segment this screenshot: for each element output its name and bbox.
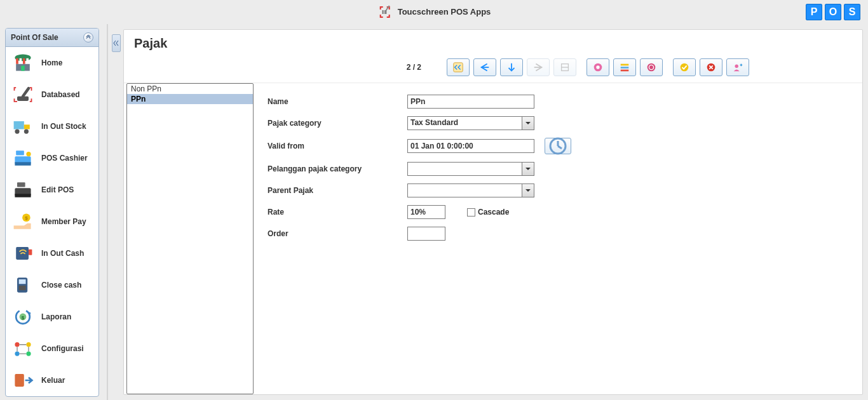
nav-next-button xyxy=(527,58,550,76)
chevron-down-icon[interactable] xyxy=(522,162,534,176)
chevron-down-icon[interactable] xyxy=(522,183,534,197)
svg-rect-36 xyxy=(15,374,24,387)
svg-point-14 xyxy=(24,130,29,134)
logo-letter-s: S xyxy=(844,4,860,20)
svg-rect-9 xyxy=(21,66,24,71)
page-panel: Pajak 2 / 2 xyxy=(123,29,863,395)
exit-icon xyxy=(11,370,35,391)
rate-input[interactable] xyxy=(407,205,445,219)
svg-point-13 xyxy=(15,130,19,134)
sidebar-item-label: In Out Stock xyxy=(41,122,86,131)
order-input[interactable] xyxy=(407,227,445,241)
collapse-up-icon[interactable] xyxy=(83,32,93,43)
delivery-truck-icon xyxy=(11,116,35,137)
svg-rect-47 xyxy=(621,70,629,72)
sidebar-item-label: In Out Cash xyxy=(41,249,84,258)
custcat-value xyxy=(407,162,522,176)
sidebar-wrap: Point Of Sale Home Databased In Out Stoc… xyxy=(0,24,108,400)
svg-text:$: $ xyxy=(25,215,28,221)
svg-point-18 xyxy=(26,152,31,156)
sidebar-item-label: POS Cashier xyxy=(41,154,88,163)
report-refresh-icon: $ xyxy=(11,306,35,328)
delete-button[interactable] xyxy=(700,58,722,76)
sidebar-item-inoutcash[interactable]: In Out Cash xyxy=(6,237,98,269)
label-custcat: Pelanggan pajak category xyxy=(268,164,407,173)
sidebar-item-closecash[interactable]: Close cash xyxy=(6,269,98,301)
sidebar-item-databased[interactable]: Databased xyxy=(6,79,98,110)
tax-list[interactable]: Non PPn PPn xyxy=(126,83,254,394)
parent-select[interactable] xyxy=(407,183,534,197)
hand-coin-icon: $ xyxy=(11,211,35,232)
svg-rect-12 xyxy=(24,124,30,129)
svg-rect-7 xyxy=(26,58,29,64)
validfrom-input[interactable] xyxy=(407,139,534,153)
sidebar-title: Point Of Sale xyxy=(11,33,58,42)
sidebar-item-label: Edit POS xyxy=(41,185,74,194)
category-value: Tax Standard xyxy=(407,116,522,130)
sidebar-item-label: Configurasi xyxy=(41,344,84,353)
home-icon xyxy=(11,52,35,74)
svg-rect-1 xyxy=(384,10,384,14)
svg-point-32 xyxy=(15,342,19,347)
svg-rect-17 xyxy=(15,162,31,165)
sidebar-panel: Point Of Sale Home Databased In Out Stoc… xyxy=(5,28,99,397)
cash-register-icon xyxy=(11,147,35,169)
sidebar-item-memberpay[interactable]: $ Member Pay xyxy=(6,206,98,237)
adduser-button[interactable] xyxy=(726,58,749,76)
action-link-button[interactable] xyxy=(640,58,663,76)
custcat-select[interactable] xyxy=(407,162,534,176)
database-icon xyxy=(11,84,35,105)
svg-point-44 xyxy=(596,65,599,69)
sidebar-item-home[interactable]: Home xyxy=(6,47,98,79)
nav-down-button[interactable] xyxy=(500,58,523,76)
svg-rect-21 xyxy=(15,194,31,197)
nav-first-button[interactable] xyxy=(447,58,470,76)
nav-prev-button[interactable] xyxy=(473,58,496,76)
label-parent: Parent Pajak xyxy=(268,186,407,195)
sidebar-item-label: Close cash xyxy=(41,281,81,290)
svg-rect-25 xyxy=(29,250,32,255)
svg-point-48 xyxy=(648,63,656,72)
date-picker-button[interactable] xyxy=(545,138,571,154)
list-item[interactable]: Non PPn xyxy=(127,84,253,94)
svg-rect-27 xyxy=(19,279,26,284)
svg-rect-11 xyxy=(14,121,24,130)
category-select[interactable]: Tax Standard xyxy=(407,116,534,130)
app-title: Toucschreen POS Apps xyxy=(398,7,491,17)
checkbox-box[interactable] xyxy=(467,208,475,217)
splitter-grip[interactable] xyxy=(112,34,121,52)
list-item[interactable]: PPn xyxy=(127,94,253,104)
save-button[interactable] xyxy=(673,58,696,76)
name-input[interactable] xyxy=(407,95,534,109)
sidebar-item-editpos[interactable]: Edit POS xyxy=(6,174,98,206)
action-list-button[interactable] xyxy=(613,58,636,76)
sidebar-item-laporan[interactable]: $ Laporan xyxy=(6,301,98,333)
sidebar-item-label: Laporan xyxy=(41,312,71,321)
logo-letter-o: O xyxy=(825,4,841,20)
sidebar-item-inoutstock[interactable]: In Out Stock xyxy=(6,110,98,142)
app-logo: P O S xyxy=(806,4,860,20)
svg-rect-6 xyxy=(23,58,25,64)
sidebar-item-poscashier[interactable]: POS Cashier xyxy=(6,142,98,174)
sidebar-item-label: Databased xyxy=(41,90,80,99)
sidebar-item-label: Member Pay xyxy=(41,217,86,226)
nfc-terminal-icon xyxy=(11,243,35,264)
cascade-checkbox[interactable]: Cascade xyxy=(467,208,509,217)
card-reader-icon xyxy=(11,274,35,296)
sidebar-item-keluar[interactable]: Keluar xyxy=(6,364,98,396)
svg-rect-28 xyxy=(19,286,26,290)
edit-register-icon xyxy=(11,179,35,201)
app-title-group: Toucschreen POS Apps xyxy=(377,4,491,20)
label-order: Order xyxy=(268,229,407,238)
sidebar-item-configurasi[interactable]: Configurasi xyxy=(6,333,98,364)
svg-text:$: $ xyxy=(22,315,25,321)
record-counter: 2 / 2 xyxy=(231,63,421,72)
label-category: Pajak category xyxy=(268,119,407,128)
refresh-button xyxy=(553,58,576,76)
sidebar-header[interactable]: Point Of Sale xyxy=(6,29,98,47)
page-title: Pajak xyxy=(124,30,862,55)
action-gear-button[interactable] xyxy=(587,58,609,76)
svg-point-34 xyxy=(15,352,19,356)
svg-rect-15 xyxy=(16,150,24,155)
chevron-down-icon[interactable] xyxy=(522,116,534,130)
